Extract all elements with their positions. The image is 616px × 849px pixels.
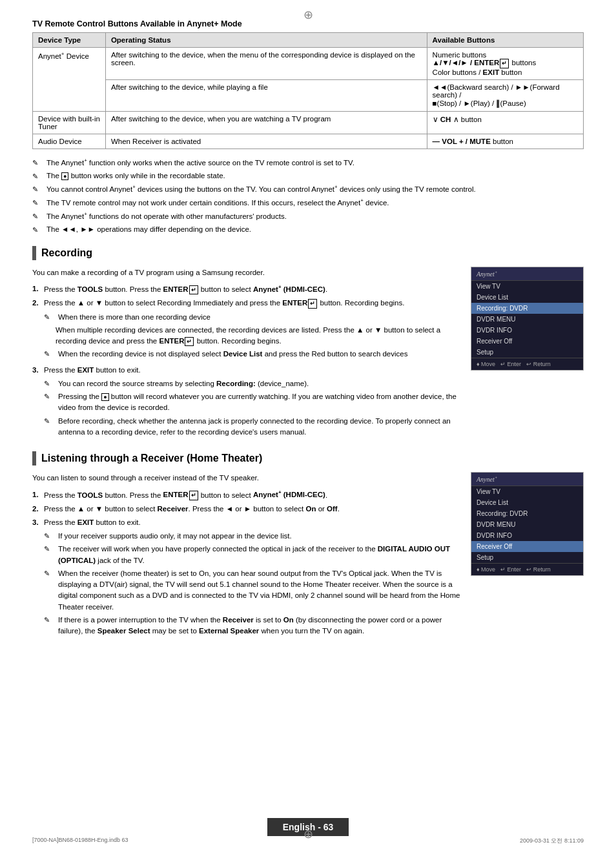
cell-status-2: After switching to the device, while pla…	[105, 79, 427, 111]
list-item: ✎ The ● button works only while in the r…	[32, 170, 584, 182]
listening-steps: 1. Press the TOOLS button. Press the ENT…	[32, 489, 460, 639]
list-item: ✎ Before recording, check whether the an…	[44, 416, 460, 438]
table-row: Device with built-inTuner After switchin…	[33, 111, 584, 134]
recording-content: You can make a recording of a TV program…	[32, 267, 584, 445]
listening-step3-notes: ✎ If your receiver supports audio only, …	[44, 531, 460, 637]
page: ⊕ TV Remote Control Buttons Available in…	[0, 0, 616, 849]
recording-menu-side: Anynet+ View TV Device List Recording: D…	[471, 267, 584, 445]
section-bar	[32, 246, 36, 260]
list-item: ✎ The receiver will work when you have p…	[44, 544, 460, 566]
note-icon: ✎	[32, 225, 44, 236]
cell-tuner-device: Device with built-inTuner	[33, 111, 106, 134]
list-item: ✎ If your receiver supports audio only, …	[44, 531, 460, 542]
table-row: After switching to the device, while pla…	[33, 79, 584, 111]
menu-item-setup: Setup	[471, 347, 583, 358]
recording-steps: 1. Press the TOOLS button. Press the ENT…	[32, 283, 460, 440]
listening-menu-side: Anynet+ View TV Device List Recording: D…	[471, 472, 584, 644]
listening-heading: Listening through a Receiver (Home Theat…	[32, 451, 584, 465]
recording-section: Recording You can make a recording of a …	[32, 246, 584, 445]
note-icon: ✎	[44, 349, 56, 360]
list-item: 1. Press the TOOLS button. Press the ENT…	[32, 489, 460, 501]
list-item: ✎ The Anynet+ functions do not operate w…	[32, 210, 584, 222]
list-item: 3. Press the EXIT button to exit. ✎ You …	[32, 365, 460, 440]
menu-brand: Anynet+	[471, 267, 583, 281]
note-icon: ✎	[32, 158, 44, 169]
table-row: Anynet+ Device After switching to the de…	[33, 48, 584, 80]
listening-section: Listening through a Receiver (Home Theat…	[32, 451, 584, 644]
col-operating-status: Operating Status	[105, 33, 427, 48]
cell-buttons-2: ◄◄(Backward search) / ►►(Forward search)…	[427, 79, 583, 111]
menu-item-dvdr-info: DVDR INFO	[471, 530, 583, 541]
note-icon: ✎	[44, 391, 56, 402]
table-row: Audio Device When Receiver is activated …	[33, 134, 584, 148]
cell-buttons-4: — VOL + / MUTE button	[427, 134, 583, 148]
menu-item-view-tv: View TV	[471, 486, 583, 497]
list-item: 3. Press the EXIT button to exit. ✎ If y…	[32, 517, 460, 639]
list-item: ✎ When there is more than one recording …	[44, 312, 460, 323]
list-item: ✎ If there is a power interruption to th…	[44, 615, 460, 637]
table-section: TV Remote Control Buttons Available in A…	[32, 19, 584, 149]
cell-status-3: After switching to the device, when you …	[105, 111, 427, 134]
note-icon: ✎	[44, 531, 56, 542]
menu-item-receiver-off: Receiver Off	[471, 336, 583, 347]
list-item: ✎ When the receiver (home theater) is se…	[44, 568, 460, 613]
menu-footer: ♦ Move ↵ Enter ↩ Return	[471, 563, 583, 575]
listening-heading-text: Listening through a Receiver (Home Theat…	[41, 453, 262, 464]
note-icon: ✎	[44, 312, 56, 323]
cell-audio-device: Audio Device	[33, 134, 106, 148]
recording-main: You can make a recording of a TV program…	[32, 267, 460, 445]
col-device-type: Device Type	[33, 33, 106, 48]
list-item: 2. Press the ▲ or ▼ button to select Rec…	[32, 298, 460, 362]
cell-buttons-1: Numeric buttons▲/▼/◄/► / ENTER↵ buttonsC…	[427, 48, 583, 80]
note-icon: ✎	[32, 198, 44, 209]
note-icon: ✎	[32, 171, 44, 182]
list-item: ✎ You cannot control Anynet+ devices usi…	[32, 183, 584, 195]
list-item: When multiple recording devices are conn…	[44, 325, 460, 347]
cell-status-4: When Receiver is activated	[105, 134, 427, 148]
listening-intro: You can listen to sound through a receiv…	[32, 472, 460, 484]
menu-item-recording-dvdr: Recording: DVDR	[471, 303, 583, 314]
section-bar	[32, 451, 36, 465]
menu-item-view-tv: View TV	[471, 281, 583, 292]
menu-item-receiver-off: Receiver Off	[471, 541, 583, 552]
list-item: ✎ The ◄◄, ►► operations may differ depen…	[32, 224, 584, 236]
menu-item-device-list: Device List	[471, 497, 583, 508]
note-icon: ✎	[44, 615, 56, 626]
listening-menu-box: Anynet+ View TV Device List Recording: D…	[471, 472, 584, 576]
step2-notes: ✎ When there is more than one recording …	[44, 312, 460, 360]
menu-item-dvdr-info: DVDR INFO	[471, 325, 583, 336]
note-icon: ✎	[44, 568, 56, 579]
menu-item-recording-dvdr: Recording: DVDR	[471, 508, 583, 519]
menu-item-dvdr-menu: DVDR MENU	[471, 519, 583, 530]
recording-menu-box: Anynet+ View TV Device List Recording: D…	[471, 267, 584, 371]
bottom-meta: [7000-NA]BN68-01988H-Eng.indb 63 2009-03…	[32, 837, 584, 845]
top-cross-mark: ⊕	[303, 8, 313, 22]
list-item: ✎ The TV remote control may not work und…	[32, 197, 584, 209]
list-item: 2. Press the ▲ or ▼ button to select Rec…	[32, 504, 460, 515]
left-meta: [7000-NA]BN68-01988H-Eng.indb 63	[32, 837, 128, 845]
recording-intro: You can make a recording of a TV program…	[32, 267, 460, 278]
note-icon: ✎	[44, 378, 56, 389]
recording-heading: Recording	[32, 246, 584, 260]
note-icon: ✎	[32, 211, 44, 222]
col-available-buttons: Available Buttons	[427, 33, 583, 48]
note-icon: ✎	[32, 184, 44, 195]
menu-item-dvdr-menu: DVDR MENU	[471, 314, 583, 325]
list-item: ✎ You can record the source streams by s…	[44, 378, 460, 389]
note-icon: ✎	[44, 544, 56, 555]
recording-heading-text: Recording	[41, 247, 92, 259]
listening-content: You can listen to sound through a receiv…	[32, 472, 584, 644]
step3-notes: ✎ You can record the source streams by s…	[44, 378, 460, 438]
list-item: ✎ Pressing the ● button will record what…	[44, 391, 460, 414]
menu-brand: Anynet+	[471, 473, 583, 486]
cell-status-1: After switching to the device, when the …	[105, 48, 427, 80]
remote-control-table: Device Type Operating Status Available B…	[32, 32, 584, 149]
menu-item-device-list: Device List	[471, 292, 583, 303]
right-meta: 2009-03-31 오전 8:11:09	[520, 837, 584, 845]
cell-buttons-3: ∨ CH ∧ button	[427, 111, 583, 134]
table-notes: ✎ The Anynet+ function only works when t…	[32, 157, 584, 236]
list-item: ✎ The Anynet+ function only works when t…	[32, 157, 584, 169]
menu-footer: ♦ Move ↵ Enter ↩ Return	[471, 358, 583, 370]
cell-anynet-device: Anynet+ Device	[33, 48, 106, 112]
listening-main: You can listen to sound through a receiv…	[32, 472, 460, 644]
